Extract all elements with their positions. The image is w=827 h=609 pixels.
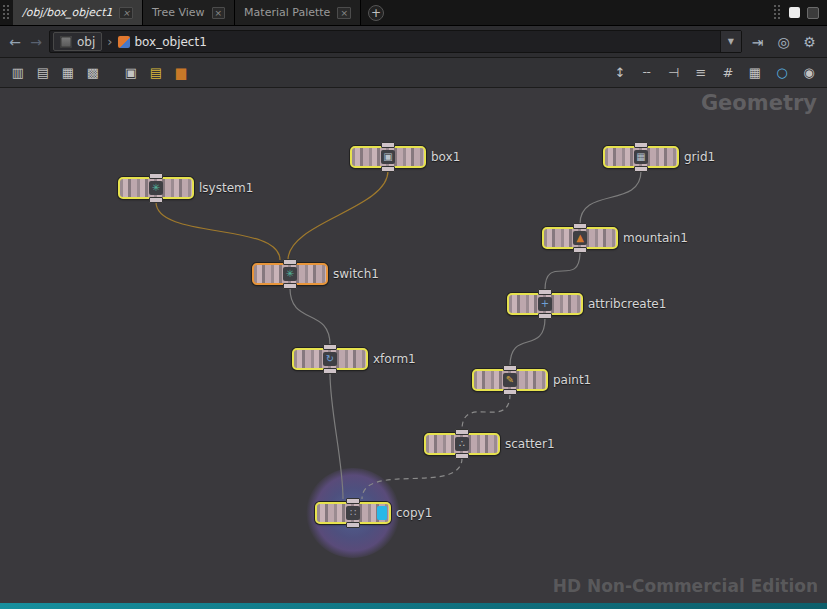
wire-grid1-to-mountain1[interactable] (580, 171, 641, 224)
layout-nodes-icon[interactable]: ▣ (120, 62, 142, 84)
pane-grip-right[interactable] (773, 4, 782, 21)
wire-mountain1-to-attribcreate1[interactable] (545, 252, 580, 290)
tab-close-icon[interactable]: × (212, 7, 226, 19)
wire-box1-to-switch1[interactable] (288, 171, 388, 260)
back-button[interactable]: ← (7, 34, 23, 50)
badge-view-icon[interactable]: ▥ (7, 62, 29, 84)
gear-menu-icon[interactable]: ⚙ (799, 34, 820, 50)
zoom-select-icon[interactable]: ○ (771, 62, 793, 84)
box1-type-icon: ▣ (381, 150, 395, 164)
breadcrumb-separator-icon: › (107, 34, 112, 49)
paint1-type-icon: ✎ (503, 373, 517, 387)
node-label: xform1 (373, 352, 416, 366)
wire-lsystem1-to-switch1[interactable] (156, 202, 280, 260)
distribute-nodes-icon[interactable]: ╌ (636, 62, 658, 84)
pane-options-button[interactable] (807, 7, 819, 19)
align-vertical-icon[interactable]: ↕ (609, 62, 631, 84)
breadcrumb-root[interactable]: obj (53, 32, 102, 51)
lsystem1-type-icon: ✳ (149, 181, 163, 195)
radial-menu-icon[interactable]: ◎ (773, 34, 794, 50)
forward-button[interactable]: → (28, 34, 44, 50)
list-view-icon[interactable]: ▤ (32, 62, 54, 84)
wire-scatter1-to-copy1[interactable] (362, 458, 462, 499)
tab-label: /obj/box_object1 (22, 6, 112, 19)
node-label: attribcreate1 (588, 297, 666, 311)
houdini-window: /obj/box_object1×Tree View×Material Pale… (0, 0, 827, 609)
attribcreate1-type-icon: + (538, 297, 552, 311)
network-icon (60, 36, 72, 48)
breadcrumb-root-label: obj (77, 35, 95, 49)
node-label: box1 (431, 150, 460, 164)
node-label: grid1 (684, 150, 715, 164)
node-attribcreate1[interactable]: +attribcreate1 (507, 293, 583, 315)
toolbar-right: ↕╌⊣≡#▦○◉ (609, 62, 820, 84)
node-label: copy1 (396, 506, 432, 520)
node-scatter1[interactable]: ∴scatter1 (424, 433, 500, 455)
switch1-type-icon: ✳ (283, 267, 297, 281)
pin-pane-icon[interactable]: ⇥ (747, 34, 768, 50)
node-grid1[interactable]: ▦grid1 (603, 146, 679, 168)
node-box1[interactable]: ▣box1 (350, 146, 426, 168)
node-label: lsystem1 (199, 181, 253, 195)
sticky-note-icon[interactable]: ▤ (145, 62, 167, 84)
node-xform1[interactable]: ↻xform1 (292, 348, 368, 370)
toolbox-icon[interactable]: ▆ (170, 62, 192, 84)
toolbar-left: ▥▤▦▩▣▤▆ (7, 62, 192, 84)
grid1-type-icon: ▦ (634, 150, 648, 164)
overview-icon[interactable]: ◉ (798, 62, 820, 84)
mountain1-type-icon: ▲ (573, 231, 587, 245)
node-lsystem1[interactable]: ✳lsystem1 (118, 177, 194, 199)
toolbar-gap (107, 62, 117, 84)
node-label: scatter1 (505, 437, 555, 451)
grid-display-icon[interactable]: ▦ (744, 62, 766, 84)
snap-options-icon[interactable]: ≡ (690, 62, 712, 84)
network-canvas[interactable]: Geometry HD Non-Commercial Edition ✳lsys… (0, 88, 827, 603)
new-tab-button[interactable]: + (368, 5, 384, 21)
tab-close-icon[interactable]: × (119, 7, 133, 19)
path-field[interactable]: obj › box_object1 ▼ (49, 30, 742, 53)
node-paint1[interactable]: ✎paint1 (472, 369, 548, 391)
path-bar: ← → obj › box_object1 ▼ ⇥ ◎ ⚙ (0, 26, 827, 58)
node-copy1[interactable]: ∷copy1 (315, 502, 391, 524)
xform1-type-icon: ↻ (323, 352, 337, 366)
align-left-icon[interactable]: ⊣ (663, 62, 685, 84)
tab-strip: /obj/box_object1×Tree View×Material Pale… (13, 0, 361, 25)
tab-label: Tree View (152, 6, 205, 19)
network-toolbar: ▥▤▦▩▣▤▆ ↕╌⊣≡#▦○◉ (0, 58, 827, 88)
grid-view-icon[interactable]: ▩ (82, 62, 104, 84)
tabbar-spacer (391, 0, 771, 25)
maximize-pane-button[interactable] (789, 7, 800, 18)
node-mountain1[interactable]: ▲mountain1 (542, 227, 618, 249)
grid-snap-icon[interactable]: # (717, 62, 739, 84)
path-dropdown-button[interactable]: ▼ (720, 31, 741, 52)
tab-material-palette[interactable]: Material Palette× (235, 0, 361, 25)
tab-obj-box-object1[interactable]: /obj/box_object1× (13, 0, 143, 25)
wire-attribcreate1-to-paint1[interactable] (510, 318, 545, 366)
pane-grip-left[interactable] (2, 4, 11, 21)
node-label: mountain1 (623, 231, 688, 245)
tab-label: Material Palette (244, 6, 330, 19)
wire-switch1-to-xform1[interactable] (290, 288, 330, 345)
window-bottom-edge (0, 603, 827, 609)
display-flag[interactable] (377, 506, 387, 520)
breadcrumb-current[interactable]: box_object1 (118, 35, 207, 49)
wire-xform1-to-copy1[interactable] (330, 373, 343, 499)
node-switch1[interactable]: ✳switch1 (252, 263, 328, 285)
tab-close-icon[interactable]: × (337, 7, 351, 19)
breadcrumb-current-label: box_object1 (135, 35, 207, 49)
node-label: switch1 (333, 267, 379, 281)
wire-paint1-to-scatter1[interactable] (462, 394, 510, 430)
node-label: paint1 (553, 373, 591, 387)
geometry-node-icon (118, 36, 130, 48)
pane-tab-bar: /obj/box_object1×Tree View×Material Pale… (0, 0, 827, 26)
thumbnail-view-icon[interactable]: ▦ (57, 62, 79, 84)
scatter1-type-icon: ∴ (455, 437, 469, 451)
copy1-type-icon: ∷ (346, 506, 360, 520)
tab-tree-view[interactable]: Tree View× (143, 0, 235, 25)
